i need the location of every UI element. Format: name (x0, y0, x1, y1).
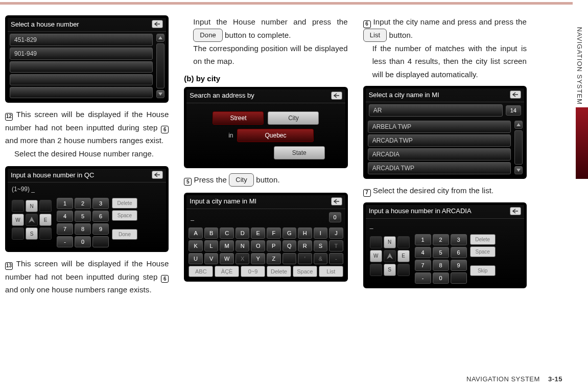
list-item[interactable]: 901-949 (10, 48, 153, 60)
key-g[interactable]: G (283, 227, 297, 239)
key-l[interactable]: L (204, 240, 219, 251)
delete-button[interactable]: Delete (267, 266, 291, 277)
delete-button[interactable]: Delete (470, 234, 496, 245)
key-j[interactable]: J (329, 227, 343, 239)
key-amp[interactable]: & (314, 253, 328, 264)
back-icon[interactable] (152, 171, 163, 179)
back-icon[interactable] (152, 20, 163, 28)
key-x[interactable]: X (236, 253, 250, 264)
compass-e[interactable]: E (39, 214, 52, 226)
scroll-up-icon[interactable] (156, 34, 164, 42)
key-e[interactable]: E (251, 227, 265, 239)
key-0[interactable]: 0 (433, 272, 449, 284)
compass-w[interactable]: W (370, 250, 382, 262)
key-7[interactable]: 7 (57, 223, 73, 235)
compass-s[interactable]: S (384, 264, 396, 276)
key-0[interactable]: 0 (75, 236, 91, 247)
key-q[interactable]: Q (283, 240, 297, 251)
key-4[interactable]: 4 (415, 247, 431, 258)
scroll-up-icon[interactable] (514, 121, 523, 129)
key-2[interactable]: 2 (75, 198, 91, 209)
key-t[interactable]: T (329, 240, 343, 251)
key-6[interactable]: 6 (451, 247, 467, 258)
list-item[interactable] (10, 74, 153, 85)
list-item[interactable]: ARBELA TWP (368, 121, 511, 133)
list-item[interactable]: ARCADIA TWP (368, 162, 511, 174)
list-button[interactable]: List (319, 266, 343, 277)
key-1[interactable]: 1 (57, 198, 73, 209)
key-5[interactable]: 5 (433, 247, 449, 258)
key-dash[interactable]: - (329, 253, 343, 264)
key-u[interactable]: U (189, 253, 203, 264)
key-o[interactable]: O (251, 240, 265, 251)
key-apos[interactable]: ' (298, 253, 312, 264)
key-k[interactable]: K (189, 240, 203, 251)
scroll-track[interactable] (514, 130, 523, 165)
compass-n[interactable]: N (384, 236, 396, 248)
key-n[interactable]: N (236, 240, 250, 251)
key-m[interactable]: M (220, 240, 234, 251)
key-b[interactable]: B (204, 227, 219, 239)
mode-abc[interactable]: ABC (189, 266, 213, 277)
space-button[interactable]: Space (293, 266, 317, 277)
scroll-track[interactable] (156, 43, 164, 88)
key-9[interactable]: 9 (451, 260, 467, 271)
list-item[interactable]: 451-829 (10, 34, 153, 46)
list-item[interactable] (10, 87, 153, 98)
back-icon[interactable] (510, 90, 521, 99)
key-f[interactable]: F (267, 227, 281, 239)
key-w[interactable]: W (220, 253, 234, 264)
mode-accent[interactable]: ÀÇÈ (215, 266, 239, 277)
compass-e[interactable]: E (397, 250, 410, 262)
street-button[interactable]: Street (213, 111, 264, 125)
key-p[interactable]: P (267, 240, 281, 251)
key-8[interactable]: 8 (75, 223, 91, 235)
key-z[interactable]: Z (267, 253, 281, 264)
key-y[interactable]: Y (251, 253, 265, 264)
space-button[interactable]: Space (470, 246, 496, 257)
key-a[interactable]: A (189, 227, 203, 239)
key-3[interactable]: 3 (451, 234, 467, 245)
key-dash[interactable]: - (57, 236, 73, 247)
mode-num[interactable]: 0~9 (241, 266, 265, 277)
key-3[interactable]: 3 (92, 198, 109, 209)
skip-button[interactable]: Skip (470, 265, 496, 276)
key-6[interactable]: 6 (92, 211, 109, 222)
shot-title: Select a house number (11, 20, 79, 28)
key-8[interactable]: 8 (433, 260, 449, 271)
state-button[interactable]: State (274, 146, 325, 159)
scroll-down-icon[interactable] (156, 90, 164, 98)
key-c[interactable]: C (220, 227, 234, 239)
key-4[interactable]: 4 (57, 211, 73, 222)
compass-n[interactable]: N (26, 200, 38, 212)
back-icon[interactable] (331, 197, 342, 205)
key-dash[interactable]: - (415, 272, 431, 284)
done-button[interactable]: Done (112, 229, 137, 240)
key-s[interactable]: S (314, 240, 328, 251)
list-item[interactable]: ARCADIA (368, 148, 511, 160)
key-5[interactable]: 5 (75, 211, 91, 222)
key-9[interactable]: 9 (92, 223, 109, 235)
key-r[interactable]: R (298, 240, 312, 251)
key-7[interactable]: 7 (415, 260, 431, 271)
side-actions: Delete Space Done (112, 198, 137, 240)
column-1: Select a house number 451-829 901-949 (5, 15, 169, 364)
list-item[interactable]: ARCADA TWP (368, 134, 511, 147)
back-icon[interactable] (331, 91, 342, 100)
back-icon[interactable] (510, 207, 521, 215)
list-item[interactable] (10, 61, 153, 73)
step-6-text: 6 Input the city name and press and pres… (363, 15, 527, 42)
key-v[interactable]: V (204, 253, 219, 264)
key-2[interactable]: 2 (433, 234, 449, 245)
key-h[interactable]: H (298, 227, 312, 239)
city-button[interactable]: City (268, 111, 319, 125)
delete-button[interactable]: Delete (112, 198, 137, 209)
compass-s[interactable]: S (26, 227, 38, 240)
key-d[interactable]: D (236, 227, 250, 239)
state-value-button[interactable]: Quebec (237, 129, 314, 142)
space-button[interactable]: Space (112, 210, 137, 221)
key-i[interactable]: I (314, 227, 328, 239)
key-1[interactable]: 1 (415, 234, 431, 245)
scroll-down-icon[interactable] (514, 166, 523, 174)
compass-w[interactable]: W (12, 214, 24, 226)
